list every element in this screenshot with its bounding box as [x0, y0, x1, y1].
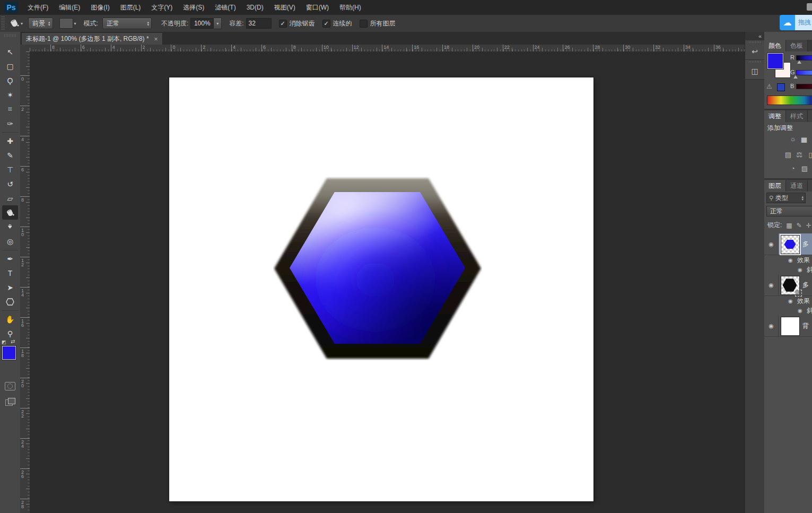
tab-styles[interactable]: 样式 — [786, 110, 808, 122]
gamut-warning-icon[interactable]: ⚠ — [766, 83, 772, 90]
eye-icon[interactable]: ◉ — [788, 298, 793, 304]
opacity-value[interactable]: 100% — [190, 18, 214, 29]
default-colors-icon[interactable]: ◩ — [2, 340, 6, 345]
levels-icon[interactable]: ▅ — [799, 134, 809, 143]
exposure-icon[interactable]: ▤ — [783, 150, 793, 159]
document-tab[interactable]: 未标题-1 @ 100% (多边形 1 副本, RGB/8) * × — [21, 32, 163, 45]
type-tool[interactable]: T — [2, 266, 18, 280]
channel-mixer-icon[interactable]: ▨ — [800, 163, 809, 173]
blue-slider[interactable] — [796, 84, 812, 89]
paint-bucket-tool[interactable] — [2, 205, 18, 220]
collapse-panels-icon[interactable]: « — [745, 32, 765, 40]
fill-source-select[interactable]: 前景 ▴▾ — [28, 18, 53, 29]
menu-窗口(W)[interactable]: 窗口(W) — [301, 4, 334, 11]
lock-transparency-icon[interactable]: ▦ — [786, 222, 792, 229]
menu-选择(S)[interactable]: 选择(S) — [178, 4, 209, 11]
tab-paths[interactable]: 路 — [808, 180, 812, 192]
tab-swatches[interactable]: 色板 — [786, 40, 808, 51]
clone-stamp-tool[interactable]: ⊤ — [2, 162, 18, 177]
opacity-dropdown-button[interactable]: ▾ — [214, 18, 222, 29]
layer-thumbnail[interactable] — [781, 276, 800, 295]
layer-thumbnail[interactable] — [781, 317, 800, 336]
ruler-origin-box[interactable] — [20, 45, 30, 52]
eyedropper-tool[interactable]: ✑ — [2, 116, 18, 131]
canvas[interactable] — [169, 77, 593, 501]
foreground-color-swatch[interactable] — [2, 346, 16, 360]
mode-select[interactable]: 正常 ▴▾ — [102, 18, 152, 29]
horizontal-ruler[interactable]: 8642024681012141618202224262830323436 — [30, 45, 745, 52]
close-icon[interactable]: × — [154, 36, 158, 43]
toolbox-grip[interactable] — [4, 34, 16, 37]
lock-position-icon[interactable]: ✛ — [806, 222, 811, 229]
history-brush-tool[interactable]: ↺ — [2, 177, 18, 191]
layer-filter-select[interactable]: ⚲ 类型 ▴▾ — [766, 193, 806, 203]
swap-colors-icon[interactable]: ⇄ — [11, 338, 15, 344]
tab-color[interactable]: 颜色 — [764, 40, 786, 51]
menu-文字(Y)[interactable]: 文字(Y) — [146, 4, 178, 11]
red-slider[interactable] — [796, 55, 812, 60]
shape-tool[interactable] — [2, 294, 18, 309]
zoom-tool[interactable]: ⚲ — [2, 326, 18, 341]
menu-帮助(H)[interactable]: 帮助(H) — [334, 4, 366, 11]
color-balance-icon[interactable]: ⚖ — [794, 150, 804, 159]
netdisk-overlay[interactable]: ☁ 拖拽 — [780, 15, 812, 30]
move-tool[interactable]: ↖ — [2, 45, 18, 59]
layer-row-polygon-copy[interactable]: ◉ 多 — [764, 233, 812, 255]
crop-tool[interactable]: ⌗ — [2, 102, 18, 116]
lock-pixels-icon[interactable]: ✎ — [797, 222, 802, 229]
layer-name[interactable]: 多 — [802, 274, 809, 295]
pen-tool[interactable]: ✒ — [2, 251, 18, 266]
red-slider-marker[interactable] — [797, 60, 801, 64]
panel-foreground-swatch[interactable] — [767, 53, 783, 69]
blend-mode-select[interactable]: 正常 — [766, 206, 812, 216]
black-white-icon[interactable]: ▯ — [806, 150, 812, 159]
layer-name[interactable]: 背 — [802, 315, 809, 336]
menu-图像(I)[interactable]: 图像(I) — [85, 4, 115, 11]
menu-视图(V)[interactable]: 视图(V) — [269, 4, 301, 11]
tab-clipped[interactable]: 字 — [808, 110, 812, 122]
history-panel-button[interactable]: ↩ — [745, 40, 764, 60]
3d-panel-button[interactable]: ◫ — [745, 60, 764, 80]
tab-adjustments[interactable]: 调整 — [764, 110, 786, 122]
lasso-tool[interactable]: Ϙ — [2, 73, 18, 88]
visibility-toggle[interactable]: ◉ — [764, 274, 779, 295]
menu-编辑(E)[interactable]: 编辑(E) — [54, 4, 85, 11]
magic-wand-tool[interactable]: ✶ — [2, 88, 18, 102]
photo-filter-icon[interactable]: ◔ — [788, 163, 798, 173]
blur-tool[interactable]: ♠ — [2, 220, 18, 234]
layer-row-polygon[interactable]: ◉ 多 — [764, 274, 812, 296]
eye-icon[interactable]: ◉ — [788, 257, 793, 263]
layer-row-background[interactable]: ◉ 背 — [764, 315, 812, 337]
gamut-color-swatch[interactable] — [777, 83, 785, 91]
effects-row[interactable]: ◉ 效果 — [764, 296, 812, 306]
options-bar-grip[interactable] — [1, 16, 5, 30]
tolerance-input[interactable]: 32 — [246, 18, 272, 29]
pattern-caret-icon[interactable]: ▾ — [74, 21, 76, 26]
all-layers-checkbox[interactable] — [360, 20, 368, 28]
tab-layers[interactable]: 图层 — [764, 180, 786, 192]
marquee-tool[interactable]: ▢ — [2, 59, 18, 73]
effects-row[interactable]: ◉ 效果 — [764, 255, 812, 265]
green-slider[interactable] — [796, 70, 812, 75]
path-select-tool[interactable]: ➤ — [2, 280, 18, 294]
eraser-tool[interactable]: ▱ — [2, 191, 18, 205]
green-slider-marker[interactable] — [793, 75, 798, 79]
active-tool-badge[interactable]: ▾ — [9, 18, 23, 29]
screen-mode-button[interactable] — [5, 398, 15, 405]
antialias-checkbox[interactable]: ✓ — [279, 20, 287, 28]
brightness-contrast-icon[interactable]: ☼ — [788, 134, 798, 143]
netdisk-cloud-icon[interactable]: ☁ — [780, 15, 795, 30]
vertical-ruler[interactable]: 024681 01 21 41 61 82 02 22 42 62 8 — [20, 51, 30, 513]
bevel-effect-row[interactable]: ◉ 斜 — [764, 265, 812, 274]
eye-icon[interactable]: ◉ — [798, 267, 802, 273]
hand-tool[interactable]: ✋ — [2, 312, 18, 326]
dodge-tool[interactable]: ◎ — [2, 234, 18, 248]
bevel-effect-row[interactable]: ◉ 斜 — [764, 306, 812, 315]
spot-healing-tool[interactable]: ✚ — [2, 134, 18, 148]
layer-thumbnail[interactable] — [781, 235, 800, 254]
layer-name[interactable]: 多 — [802, 233, 809, 255]
menu-滤镜(T)[interactable]: 滤镜(T) — [209, 4, 241, 11]
visibility-toggle[interactable]: ◉ — [764, 233, 779, 255]
color-spectrum-ramp[interactable] — [767, 95, 812, 105]
tab-channels[interactable]: 通道 — [786, 180, 808, 192]
